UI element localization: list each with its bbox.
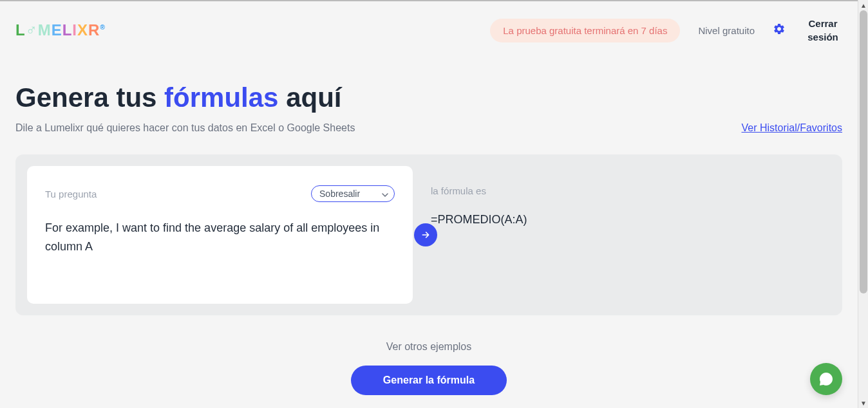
subtitle: Dile a Lumelixr qué quieres hacer con tu…: [15, 122, 355, 134]
submit-button[interactable]: [414, 223, 437, 246]
history-link[interactable]: Ver Historial/Favoritos: [742, 122, 843, 134]
logout-button[interactable]: Cerrar sesión: [804, 17, 842, 44]
title-highlight: fórmulas: [164, 82, 278, 113]
formula-result-panel: la fórmula es =PROMEDIO(A:A): [413, 166, 831, 304]
formula-label: la fórmula es: [431, 185, 813, 196]
title-part1: Genera tus: [15, 82, 164, 113]
chat-bubble-button[interactable]: [810, 363, 842, 395]
gear-icon[interactable]: [773, 23, 786, 38]
logo[interactable]: L♂MELIXR®: [15, 21, 106, 39]
question-panel: Tu pregunta Sobresalir For example, I wa…: [27, 166, 413, 304]
header: L♂MELIXR® La prueba gratuita terminará e…: [0, 0, 858, 44]
scrollbar[interactable]: ▲ ▼: [858, 0, 868, 408]
question-label: Tu pregunta: [45, 189, 97, 199]
platform-select[interactable]: Sobresalir: [311, 185, 395, 202]
tier-label: Nivel gratuito: [698, 25, 755, 36]
other-examples-link[interactable]: Ver otros ejemplos: [15, 341, 842, 353]
page-title: Genera tus fórmulas aquí: [15, 82, 842, 113]
question-input[interactable]: For example, I want to find the average …: [45, 219, 395, 256]
chat-icon: [818, 371, 834, 387]
formula-panel: Tu pregunta Sobresalir For example, I wa…: [15, 154, 842, 315]
scrollbar-thumb[interactable]: [860, 10, 867, 293]
title-part2: aquí: [278, 82, 341, 113]
scrollbar-arrow-up-icon[interactable]: ▲: [858, 0, 868, 10]
scrollbar-arrow-down-icon[interactable]: ▼: [858, 398, 868, 408]
formula-output: =PROMEDIO(A:A): [431, 213, 813, 227]
arrow-right-icon: [420, 230, 431, 240]
trial-badge[interactable]: La prueba gratuita terminará en 7 días: [490, 19, 680, 42]
generate-button[interactable]: Generar la fórmula: [351, 366, 507, 395]
